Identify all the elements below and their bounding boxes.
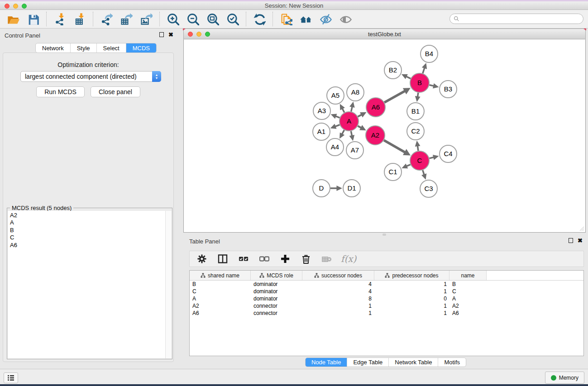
column-header-MCDS-role[interactable]: MCDS role: [251, 271, 302, 280]
tree-icon: [259, 273, 264, 278]
column-header-shared-name[interactable]: shared name: [190, 271, 251, 280]
node-label-A: A: [347, 117, 351, 125]
homes-icon[interactable]: [299, 12, 313, 26]
table-row[interactable]: A2connector11A2: [190, 302, 583, 310]
tab-network[interactable]: Network: [36, 43, 71, 52]
tree-icon: [201, 273, 206, 278]
memory-status-icon: [551, 375, 556, 381]
search-input[interactable]: [459, 16, 583, 22]
unchecked-boxes-icon[interactable]: [258, 252, 271, 266]
mcds-result-list[interactable]: A2ABCA6: [8, 211, 165, 358]
dropdown-stepper-icon: ▲▼: [152, 71, 161, 82]
edge-B-B4[interactable]: [423, 67, 425, 73]
desktop-bottom-strip: [0, 384, 588, 386]
node-label-B1: B1: [411, 107, 420, 115]
table-cell: connector: [251, 310, 302, 317]
search-box[interactable]: [449, 14, 583, 24]
table-cell: 8: [302, 295, 374, 302]
node-label-A2: A2: [371, 131, 379, 139]
gear-icon[interactable]: [195, 252, 209, 266]
table-cell: 0: [374, 295, 449, 302]
export-image-icon[interactable]: [139, 12, 153, 26]
hide-eye-icon[interactable]: [319, 12, 333, 26]
optimization-criterion-label: Optimization criterion:: [3, 61, 173, 68]
checked-boxes-icon[interactable]: [237, 252, 250, 266]
export-table-icon[interactable]: [120, 12, 133, 26]
network-canvas[interactable]: B4B2BB3A8A5A6B1A3AA1C2A2A4A7C4CC1C3DD1: [183, 39, 586, 233]
delete-table-icon[interactable]: [320, 252, 334, 266]
result-list-item[interactable]: C: [10, 234, 165, 241]
tab-mcds[interactable]: MCDS: [126, 43, 156, 52]
node-label-C: C: [417, 157, 422, 164]
edge-A2-C[interactable]: [384, 140, 406, 152]
result-list-item[interactable]: A: [10, 219, 165, 226]
table-cell: 1: [374, 288, 449, 295]
result-list-item[interactable]: B: [10, 227, 165, 234]
mcds-result-title: MCDS result (5 nodes): [10, 205, 73, 211]
table-row[interactable]: Bdominator41B: [190, 281, 583, 288]
node-label-B: B: [417, 79, 422, 86]
result-list-item[interactable]: A6: [10, 242, 165, 249]
task-history-button[interactable]: [4, 372, 18, 383]
arrowhead: [349, 102, 355, 108]
app-title-bar: Session: New Session: [0, 1, 588, 10]
float-table-panel-icon[interactable]: [569, 238, 573, 243]
table-panel: Table Panel ✖ f(x) shared nameMCDS roles…: [183, 236, 588, 369]
table-cell: 4: [302, 281, 374, 288]
add-column-icon[interactable]: [278, 252, 292, 266]
run-mcds-button[interactable]: Run MCDS: [36, 86, 85, 97]
list-icon: [7, 375, 14, 381]
equation-builder-icon[interactable]: f(x): [341, 253, 356, 264]
tab-motifs[interactable]: Motifs: [438, 358, 466, 367]
result-list-scrollbar[interactable]: [165, 211, 172, 358]
tab-select[interactable]: Select: [97, 43, 126, 52]
mcds-tab-content: Optimization criterion: largest connecte…: [3, 52, 174, 362]
network-window-titlebar[interactable]: testGlobe.txt: [183, 29, 586, 39]
close-table-panel-icon[interactable]: ✖: [578, 238, 583, 243]
app-window-title: Session: New Session: [0, 2, 588, 9]
tab-network-table[interactable]: Network Table: [389, 358, 438, 367]
table-cell: dominator: [251, 281, 302, 288]
tab-edge-table[interactable]: Edge Table: [347, 358, 389, 367]
table-row[interactable]: A6connector11A6: [190, 310, 583, 317]
zoom-fit-icon[interactable]: [206, 12, 220, 26]
save-icon[interactable]: [26, 12, 40, 26]
table-row[interactable]: Cdominator41C: [190, 288, 583, 295]
import-table-icon[interactable]: [73, 12, 86, 26]
close-panel-button[interactable]: Close panel: [91, 86, 140, 97]
column-header-predecessor-nodes[interactable]: predecessor nodes: [374, 271, 449, 280]
open-folder-icon[interactable]: [6, 12, 20, 26]
float-panel-icon[interactable]: [159, 32, 164, 37]
split-view-icon[interactable]: [216, 252, 229, 266]
zoom-selected-icon[interactable]: [226, 12, 239, 26]
table-cell: 1: [302, 302, 374, 310]
resize-grip-icon[interactable]: [579, 226, 584, 231]
node-label-B2: B2: [389, 66, 397, 74]
zoom-out-icon[interactable]: [186, 12, 200, 26]
memory-button[interactable]: Memory: [545, 372, 584, 384]
trash-icon[interactable]: [299, 252, 313, 266]
table-cell: 1: [374, 302, 449, 310]
zoom-in-icon[interactable]: [166, 12, 180, 26]
column-header-successor-nodes[interactable]: successor nodes: [302, 271, 374, 280]
node-label-A6: A6: [372, 103, 380, 111]
tab-node-table[interactable]: Node Table: [306, 358, 348, 367]
show-eye-icon[interactable]: [339, 12, 353, 26]
table-cell: A2: [190, 302, 251, 310]
result-list-item[interactable]: A2: [10, 212, 165, 219]
close-panel-icon[interactable]: ✖: [168, 32, 173, 37]
refresh-icon[interactable]: [253, 12, 266, 26]
tab-style[interactable]: Style: [71, 43, 97, 52]
column-header-name[interactable]: name: [449, 271, 487, 280]
network-graph[interactable]: B4B2BB3A8A5A6B1A3AA1C2A2A4A7C4CC1C3DD1: [184, 39, 584, 231]
optimization-criterion-dropdown[interactable]: largest connected component (directed) ▲…: [20, 71, 161, 82]
import-network-icon[interactable]: [53, 12, 67, 26]
table-cell: B: [190, 281, 251, 288]
table-cell: connector: [251, 302, 302, 310]
duplicate-network-icon[interactable]: [279, 12, 293, 26]
network-view-window: testGlobe.txt B4B2BB3A8A5A6B1A3AA1C2A2A4…: [183, 29, 586, 233]
node-label-C3: C3: [424, 185, 433, 192]
edge-A6-B[interactable]: [384, 91, 405, 103]
export-network-icon[interactable]: [100, 12, 113, 26]
table-row[interactable]: Adominator80A: [190, 295, 583, 302]
